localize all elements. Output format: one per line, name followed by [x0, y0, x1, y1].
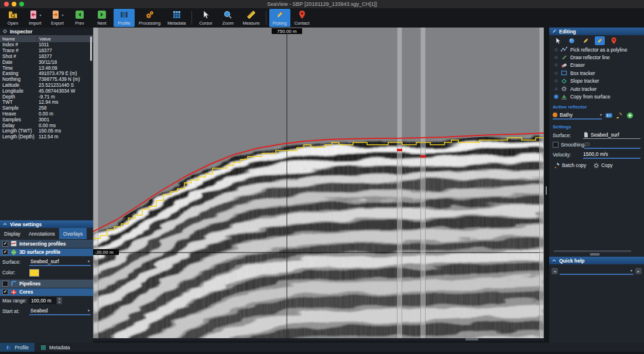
table-row[interactable]: Depth-9.71 m [0, 94, 93, 100]
table-row[interactable]: Latitude23.521231440 S [0, 83, 93, 88]
table-row[interactable]: Shot #18377 [0, 54, 93, 60]
export-doc-icon [51, 10, 60, 19]
table-row[interactable]: Trace #18377 [0, 48, 93, 54]
editing-mode-box-tracker[interactable]: Box tracker [549, 69, 644, 77]
intersecting-profiles-checkbox[interactable]: ✓ [2, 241, 8, 247]
table-row[interactable]: Sample258 [0, 105, 93, 111]
chevron-down-icon[interactable]: ▾ [39, 13, 41, 17]
row-name: Length (TWT) [0, 128, 36, 134]
editing-mode-auto-tracker[interactable]: Auto tracker [549, 85, 644, 93]
bottom-tab-profile[interactable]: Profile [0, 343, 35, 354]
toolbar-processing-button[interactable]: Processing [136, 9, 163, 27]
editing-mode-slope-tracker[interactable]: Slope tracker [549, 77, 644, 85]
batch-copy-button[interactable]: Batch copy [554, 162, 586, 169]
rename-icon[interactable] [605, 112, 612, 119]
toolbar-picking-button[interactable]: Picking [269, 9, 290, 27]
toolbar-profile-button[interactable]: Profile [114, 9, 135, 27]
scrollbar-thumb[interactable] [465, 338, 478, 341]
table-row[interactable]: Length (Depth)112.54 m [0, 134, 93, 140]
editing-tool-pencil-yellow[interactable] [595, 36, 605, 45]
quick-help-next-button[interactable]: ▸ [635, 268, 642, 274]
smoothing-input[interactable]: 20 [584, 141, 640, 149]
toolbar-metadata-button[interactable]: Metadata [165, 9, 189, 27]
overlay-3d-surface-profile[interactable]: ✓ 3D surface profile [0, 249, 93, 257]
overlay-pipelines[interactable]: Pipelines [0, 280, 93, 288]
pipelines-checkbox[interactable] [2, 281, 8, 287]
table-row[interactable]: Date30/11/18 [0, 59, 93, 65]
pin-icon [297, 10, 307, 19]
toolbar-label: Export [51, 21, 64, 26]
tab-overlays[interactable]: Overlays [59, 228, 87, 239]
quick-help-dropdown[interactable]: ▾ [560, 267, 633, 275]
row-value: 23.521231440 S [36, 83, 74, 88]
velocity-input[interactable]: 1500,0 m/s [583, 151, 640, 159]
editing-tool-cursor-arrow[interactable] [553, 36, 563, 45]
table-row[interactable]: TWT12.94 ms [0, 100, 93, 105]
editing-tool-blue-dot[interactable] [567, 36, 577, 45]
seismic-profile-view[interactable]: 750.00 m-20.00 m [93, 28, 544, 343]
toolbar-next-button[interactable]: Next [91, 9, 112, 27]
maximize-button[interactable] [19, 2, 24, 6]
start-at-dropdown[interactable]: Seabed ▾ [29, 308, 91, 315]
max-range-stepper[interactable]: ▲▼ [57, 297, 62, 304]
table-row[interactable]: Heave0.00 m [0, 111, 93, 117]
tab-display[interactable]: Display [0, 228, 25, 239]
tab-annotations[interactable]: Annotations [25, 228, 59, 239]
editing-mode-pick-reflector-as-a-polyline[interactable]: Pick reflector as a polyline [549, 46, 644, 53]
brush-icon[interactable] [616, 112, 623, 119]
column-value: Value [37, 36, 51, 42]
view-settings-header[interactable]: View settings [0, 220, 93, 228]
toolbar-export-button[interactable]: ▾Export [47, 9, 68, 27]
chevron-down-icon[interactable]: ▾ [61, 13, 63, 17]
toolbar-open-button[interactable]: Open [2, 9, 23, 27]
row-name: Samples [0, 117, 36, 122]
table-row[interactable]: Index #1011 [0, 42, 93, 48]
quick-help-header[interactable]: Quick help [549, 257, 644, 264]
inspector-scrollbar[interactable] [90, 36, 92, 61]
surface-color-swatch[interactable] [29, 269, 39, 277]
table-row[interactable]: Easting491073.479 E (m) [0, 71, 93, 77]
toolbar-cursor-button[interactable]: Cursor [195, 9, 216, 27]
quick-help-prev-button[interactable]: ◂ [551, 268, 558, 274]
table-row[interactable]: Time13:48:09 [0, 65, 93, 71]
toolbar-label: Next [97, 21, 106, 26]
table-row[interactable]: Delay0.00 ms [0, 122, 93, 128]
max-range-input[interactable]: 100,00 m [29, 297, 56, 304]
add-reflector-icon[interactable] [626, 112, 633, 119]
overlay-intersecting-profiles[interactable]: ✓ Intersecting profiles [0, 240, 93, 248]
seismic-horizontal-scrollbar[interactable] [93, 338, 544, 341]
toolbar-measure-button[interactable]: Measure [239, 9, 262, 27]
editing-scrollbar-thumb[interactable] [590, 253, 600, 256]
toolbar-import-button[interactable]: ▾Import [25, 9, 46, 27]
copy-button[interactable]: Copy [593, 162, 612, 169]
editing-tool-pencil-yellow[interactable] [581, 36, 591, 45]
editing-tool-pin[interactable] [609, 36, 619, 45]
bottom-tab-metadata[interactable]: Metadata [35, 343, 76, 354]
close-button[interactable] [4, 2, 9, 6]
toolbar-zoom-button[interactable]: Zoom [217, 9, 238, 27]
active-reflector-dropdown[interactable]: Bathy ▾ [553, 112, 602, 120]
panel-splitter[interactable] [544, 28, 549, 343]
overlay-cores[interactable]: ✓ Cores [0, 288, 93, 297]
cores-checkbox[interactable]: ✓ [2, 289, 8, 295]
table-row[interactable]: Length (TWT)150.05 ms [0, 128, 93, 134]
polyline-icon [561, 46, 567, 53]
table-row[interactable]: Northing7398775.439 N (m) [0, 77, 93, 83]
row-value: 0.00 m [36, 111, 53, 117]
editing-mode-eraser[interactable]: Eraser [549, 62, 644, 69]
table-row[interactable]: Samples3001 [0, 117, 93, 122]
toolbar-contact-button[interactable]: Contact [292, 9, 313, 27]
pencil-yellow-icon [596, 37, 604, 45]
surface-profile-checkbox[interactable]: ✓ [2, 249, 8, 255]
editing-scrollbar-track[interactable] [554, 250, 631, 252]
surface-dropdown[interactable]: Seabed_surf ▾ [29, 258, 91, 266]
editing-surface-field[interactable]: Seabed_surf [583, 132, 640, 139]
editing-mode-draw-reflector-line[interactable]: Draw reflector line [549, 53, 644, 61]
editing-header[interactable]: Editing [549, 28, 644, 35]
table-row[interactable]: Longitude45.087443034 W [0, 88, 93, 94]
editing-mode-copy-from-surface[interactable]: Copy from surface [549, 93, 644, 100]
smoothing-checkbox[interactable] [553, 142, 559, 148]
minimize-button[interactable] [12, 2, 16, 6]
splitter-handle[interactable] [546, 186, 547, 195]
toolbar-prev-button[interactable]: Prev [69, 9, 90, 27]
